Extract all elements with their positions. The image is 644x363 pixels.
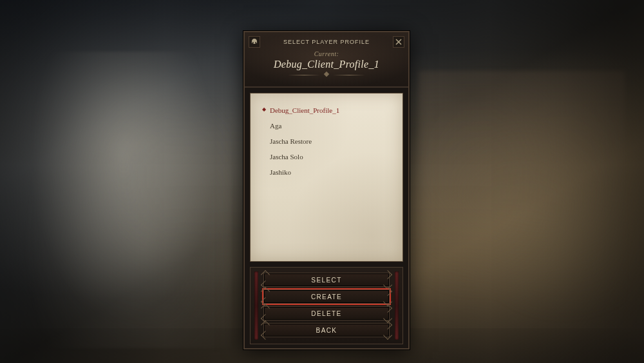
- helmet-icon[interactable]: [249, 36, 260, 48]
- button-area: SELECT CREATE DELETE BACK: [250, 267, 403, 344]
- select-button[interactable]: SELECT: [263, 273, 390, 287]
- close-icon[interactable]: [393, 36, 404, 48]
- profile-item[interactable]: Jascha Solo: [262, 149, 391, 164]
- panel-header: SELECT PLAYER PROFILE Current: Debug_Cli…: [245, 32, 408, 88]
- background-statue: [13, 52, 232, 348]
- create-button[interactable]: CREATE: [263, 289, 390, 304]
- delete-button[interactable]: DELETE: [263, 306, 390, 320]
- title-row: SELECT PLAYER PROFILE: [245, 35, 408, 49]
- current-label: Current:: [245, 50, 408, 57]
- profile-item[interactable]: Debug_Client_Profile_1: [262, 103, 391, 118]
- profile-item[interactable]: Jascha Restore: [262, 133, 391, 149]
- button-label: DELETE: [311, 310, 341, 317]
- panel-title: SELECT PLAYER PROFILE: [260, 39, 393, 45]
- profile-list: Debug_Client_Profile_1 Aga Jascha Restor…: [250, 93, 403, 262]
- button-label: SELECT: [311, 277, 341, 284]
- profile-item[interactable]: Aga: [262, 118, 391, 133]
- current-profile-name: Debug_Client_Profile_1: [245, 59, 408, 70]
- button-label: CREATE: [311, 293, 342, 300]
- divider-flourish: [288, 73, 365, 78]
- back-button[interactable]: BACK: [263, 323, 390, 337]
- button-label: BACK: [316, 327, 337, 334]
- profile-panel: SELECT PLAYER PROFILE Current: Debug_Cli…: [243, 31, 410, 349]
- profile-item[interactable]: Jashiko: [262, 164, 391, 180]
- background-ruins: [419, 71, 625, 329]
